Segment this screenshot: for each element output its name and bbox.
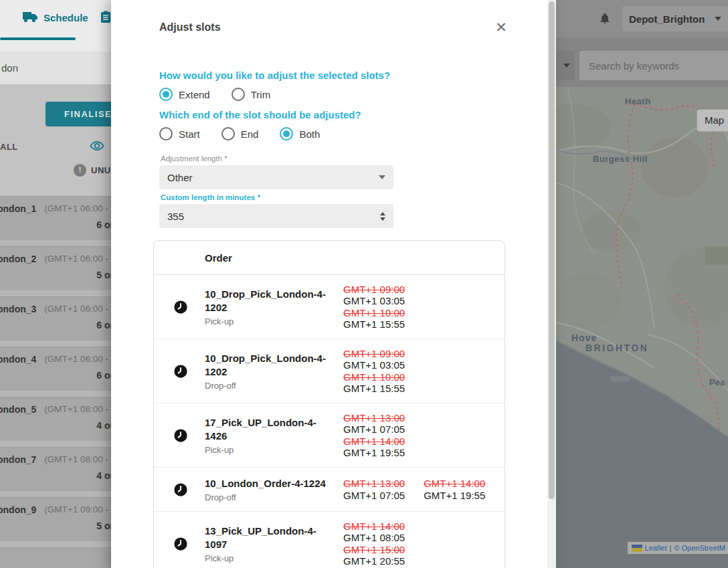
vehicle-row[interactable]: ondon_7(GMT+1 08:00 - 18 4 or [0,447,111,491]
custom-length-input[interactable]: 355 [159,204,393,228]
chevron-down-icon [715,17,721,21]
vehicle-orders-count: 6 or [96,219,111,230]
order-times: GMT+1 09:00 GMT+1 03:05 GMT+1 10:00 GMT+… [343,348,424,395]
right-panel: Depot_Brighton [547,0,728,568]
vehicle-name: ondon_5 [0,404,36,415]
clock-icon [173,482,188,497]
vehicle-row[interactable]: ondon_2(GMT+1 06:00 - 18 5 or [0,246,111,290]
radio-button-icon [232,88,245,101]
radio-trim[interactable]: Trim [232,88,270,101]
map-attribution: Leaflet | © OpenStreetM [628,542,728,554]
vehicle-orders-count: 5 or [96,520,111,531]
radio-extend[interactable]: Extend [159,88,210,101]
dialog-scrollbar[interactable] [547,0,556,568]
vehicle-window: (GMT+1 06:00 - 18 [44,254,111,264]
order-type: Drop-off [205,381,339,391]
new-time: GMT+1 19:55 [424,490,485,502]
map-view[interactable]: Heath Burgess Hill Hove BRIGHTON Pea Map… [547,87,728,568]
vehicle-orders-count: 4 or [96,470,111,481]
panel-subheader: don [0,52,111,85]
vehicle-window: (GMT+1 06:00 - 18 [44,354,111,365]
order-times: GMT+1 13:00 GMT+1 07:05 GMT+1 14:00 GMT+… [343,478,485,501]
clock-icon [173,537,188,551]
all-label: ALL [0,142,18,152]
orders-table-header: Order [154,241,505,275]
close-icon[interactable]: ✕ [491,17,511,37]
new-time: GMT+1 15:55 [343,383,424,395]
vehicle-window: (GMT+1 08:00 - 18 [44,454,111,465]
new-time: GMT+1 07:05 [343,490,405,502]
radio-end[interactable]: End [221,127,259,140]
new-time: GMT+1 08:05 [343,532,424,544]
radio-button-icon [159,127,173,140]
order-name: 10_Drop_Pick_London-4-1202 [205,288,339,314]
vehicle-row[interactable]: ondon_1(GMT+1 06:00 - 18 6 or [0,196,111,240]
show-all-row: ALL [0,139,111,154]
unused-label: UNUS [91,165,111,175]
tab-bar: Schedule Or [0,0,111,52]
eye-icon[interactable] [89,138,105,157]
vehicle-row[interactable]: ondon_3(GMT+1 06:00 - 18 6 or [0,296,111,341]
notifications-bell-icon[interactable] [598,12,612,28]
order-row: 10_Drop_Pick_London-4-1202 Drop-off GMT+… [154,339,505,403]
order-column-header: Order [205,252,232,264]
vehicle-name: ondon_2 [0,254,36,264]
adjustment-length-value: Other [167,172,379,183]
order-times: GMT+1 13:00 GMT+1 07:05 GMT+1 14:00 GMT+… [343,412,424,459]
vehicle-row[interactable] [0,547,111,568]
old-time: GMT+1 13:00 [343,412,424,424]
radio-start[interactable]: Start [159,127,200,140]
vehicle-name: ondon_3 [0,304,36,314]
orders-table: Order 10_Drop_Pick_London-4-1202 Pick-up… [153,240,505,568]
finalise-button[interactable]: FINALISE [46,102,111,126]
osm-link[interactable]: © OpenStreetM [674,544,725,552]
tab-schedule[interactable]: Schedule [22,11,88,25]
unused-row: ! UNUS [74,164,111,177]
order-name: 10_Drop_Pick_London-4-1202 [205,352,339,379]
active-tab-indicator [0,37,76,40]
vehicle-row[interactable]: ondon_5(GMT+1 08:00 - 18 4 or [0,397,111,441]
clock-icon [173,300,188,314]
vehicle-orders-count: 6 or [96,370,111,381]
scrollbar-thumb[interactable] [549,1,555,499]
radio-start-label: Start [179,128,200,140]
truck-icon [22,11,39,25]
map-layers-button[interactable]: Map [697,109,728,132]
radio-extend-label: Extend [179,89,210,100]
adjust-slots-dialog: Adjust slots ✕ How would you like to adj… [111,0,547,568]
old-time: GMT+1 10:00 [343,307,424,319]
vehicle-window: (GMT+1 06:00 - 18 [44,203,111,214]
order-times: GMT+1 09:00 GMT+1 03:05 GMT+1 10:00 GMT+… [343,284,424,330]
depot-selector[interactable]: Depot_Brighton [622,6,728,31]
number-stepper-icon[interactable] [380,212,385,221]
old-time: GMT+1 09:00 [343,348,424,360]
radio-trim-label: Trim [251,89,270,100]
map-label-burgess-hill: Burgess Hill [593,154,648,164]
vehicle-row[interactable]: ondon_4(GMT+1 06:00 - 18 6 or [0,347,111,391]
vehicle-name: ondon_1 [0,203,36,214]
leaflet-link[interactable]: Leaflet [645,544,667,552]
question-adjust-type: How would you like to adjust the selecte… [159,70,390,81]
vehicle-window: (GMT+1 08:00 - 18 [44,404,111,415]
tab-orders[interactable]: Or [100,11,111,25]
search-input[interactable] [579,51,728,80]
order-row: 10_Drop_Pick_London-4-1202 Pick-up GMT+1… [154,275,505,339]
vehicle-orders-count: 5 or [96,270,111,280]
depot-selector-value: Depot_Brighton [629,13,715,25]
old-time: GMT+1 14:00 [343,436,424,448]
vehicle-list: ondon_1(GMT+1 06:00 - 18 6 or ondon_2(GM… [0,196,111,568]
schedule-panel-body: FINALISE ALL ! UNUS ondon_1(GMT+1 06:00 … [0,86,111,568]
attribution-separator: | [670,544,672,552]
radio-both[interactable]: Both [280,127,320,140]
adjustment-length-select[interactable]: Other [159,165,393,189]
clock-icon [173,428,188,443]
vehicle-window: (GMT+1 06:00 - 18 [44,304,111,314]
ukraine-flag-icon [632,545,642,552]
tab-schedule-label: Schedule [43,12,88,23]
clock-icon [173,364,188,379]
vehicle-row[interactable]: ondon_9(GMT+1 09:00 - 17 5 or [0,497,111,541]
radio-both-label: Both [299,128,320,140]
new-time: GMT+1 07:05 [343,423,424,436]
clipboard-icon [100,11,111,25]
order-type: Pick-up [205,445,339,455]
